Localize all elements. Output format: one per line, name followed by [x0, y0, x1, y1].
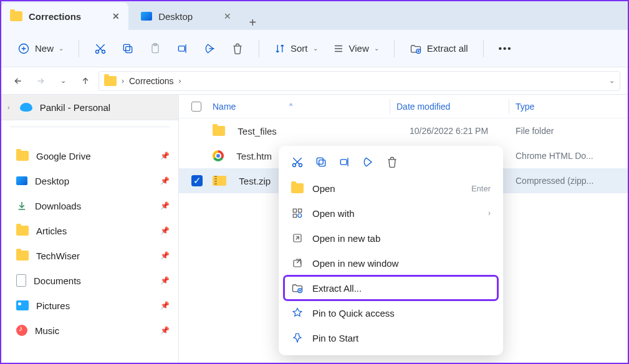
context-quick-actions: [284, 151, 498, 176]
view-button[interactable]: View ⌄: [327, 39, 385, 58]
pin-icon: 📌: [160, 326, 170, 335]
delete-button[interactable]: [225, 39, 250, 59]
column-headers: Name^ Date modified Type: [179, 95, 628, 118]
svg-rect-13: [340, 160, 347, 165]
file-name: Test.htm: [236, 151, 272, 161]
sidebar-item-desktop[interactable]: Desktop📌: [7, 168, 178, 193]
sidebar: › Pankil - Personal Google Drive📌 Deskto…: [1, 95, 179, 363]
chevron-down-icon: ⌄: [313, 45, 318, 52]
folder-open-icon: [291, 183, 304, 193]
ctx-open[interactable]: Open Enter: [284, 176, 498, 201]
svg-rect-4: [123, 44, 130, 50]
toolbar: New ⌄ Sort ⌄ View ⌄ Extract all •••: [1, 30, 628, 67]
recent-button[interactable]: ⌄: [54, 72, 72, 90]
breadcrumb[interactable]: › Corrections › ⌄: [98, 71, 620, 91]
share-button[interactable]: [362, 156, 375, 168]
rename-button[interactable]: [170, 39, 195, 59]
copy-icon: [122, 42, 134, 55]
pin-icon: 📌: [160, 276, 170, 285]
copy-button[interactable]: [115, 39, 140, 59]
close-icon[interactable]: ✕: [224, 11, 231, 21]
svg-rect-11: [319, 160, 325, 166]
sidebar-item-articles[interactable]: Articles📌: [7, 218, 178, 243]
breadcrumb-segment[interactable]: Corrections: [129, 76, 174, 86]
ctx-label: Open in new tab: [312, 233, 380, 244]
forward-button[interactable]: [31, 72, 50, 90]
column-name[interactable]: Name^: [213, 102, 383, 112]
pictures-icon: [16, 300, 29, 310]
svg-rect-14: [293, 209, 296, 212]
sidebar-item-downloads[interactable]: Downloads📌: [7, 193, 178, 218]
desktop-icon: [16, 176, 27, 185]
svg-rect-12: [317, 158, 323, 164]
overflow-button[interactable]: •••: [492, 39, 519, 57]
sidebar-item-google-drive[interactable]: Google Drive📌: [7, 143, 178, 168]
file-name: Test.zip: [239, 176, 271, 186]
up-button[interactable]: [76, 72, 95, 90]
file-date: 10/26/2022 6:21 PM: [410, 126, 516, 136]
tab-strip: Corrections ✕ Desktop ✕ +: [1, 1, 628, 30]
extract-all-button[interactable]: Extract all: [403, 39, 474, 59]
back-button[interactable]: [9, 72, 27, 90]
paste-button[interactable]: [143, 39, 168, 59]
ctx-open-with[interactable]: Open with ›: [284, 201, 498, 226]
svg-point-17: [298, 214, 302, 218]
context-menu: Open Enter Open with › Open in new tab O…: [279, 146, 503, 355]
extract-label: Extract all: [427, 43, 468, 54]
sidebar-item-label: TechWiser: [36, 251, 80, 261]
sort-button[interactable]: Sort ⌄: [268, 39, 324, 58]
new-tab-button[interactable]: +: [240, 16, 265, 30]
sidebar-onedrive-account[interactable]: › Pankil - Personal: [1, 95, 178, 120]
tab-desktop[interactable]: Desktop ✕: [128, 2, 240, 30]
folder-icon: [16, 226, 29, 236]
ctx-pin-quick-access[interactable]: Pin to Quick access: [284, 300, 498, 325]
svg-rect-7: [178, 46, 185, 50]
ctx-label: Open: [312, 183, 335, 194]
chevron-down-icon: ⌄: [59, 45, 64, 52]
cut-button[interactable]: [291, 156, 304, 168]
ctx-label: Pin to Quick access: [312, 308, 395, 318]
chevron-right-icon: ›: [488, 209, 491, 218]
row-checkbox[interactable]: ✓: [191, 175, 203, 186]
share-button[interactable]: [198, 39, 223, 59]
svg-point-2: [102, 50, 105, 53]
sort-ascending-icon: ^: [289, 103, 292, 110]
pin-icon: [291, 332, 304, 343]
close-icon[interactable]: ✕: [112, 11, 120, 21]
paste-icon: [149, 42, 161, 55]
chevron-down-icon: ⌄: [374, 45, 379, 52]
chevron-right-icon: ›: [7, 103, 10, 111]
select-all-checkbox[interactable]: [191, 102, 201, 112]
download-icon: [16, 200, 27, 211]
sidebar-item-label: Articles: [36, 226, 67, 236]
ctx-label: Open with: [312, 208, 355, 219]
ctx-pin-start[interactable]: Pin to Start: [284, 325, 498, 350]
ctx-open-new-window[interactable]: Open in new window: [284, 251, 498, 275]
file-type: Chrome HTML Do...: [516, 151, 628, 161]
tab-corrections[interactable]: Corrections ✕: [1, 2, 128, 30]
sidebar-item-documents[interactable]: Documents📌: [7, 268, 178, 293]
sidebar-item-music[interactable]: Music📌: [7, 318, 178, 343]
column-date[interactable]: Date modified: [396, 102, 502, 112]
chevron-right-icon: ›: [122, 77, 124, 85]
delete-button[interactable]: [386, 156, 398, 168]
chevron-down-icon: ⌄: [60, 77, 66, 85]
new-button[interactable]: New ⌄: [11, 39, 70, 59]
sidebar-item-techwiser[interactable]: TechWiser📌: [7, 243, 178, 268]
file-type: Compressed (zipp...: [516, 176, 628, 186]
ctx-extract-all[interactable]: Extract All...: [284, 275, 498, 300]
cut-button[interactable]: [88, 39, 113, 59]
chevron-down-icon[interactable]: ⌄: [609, 77, 615, 85]
pin-icon: 📌: [160, 251, 170, 260]
sort-label: Sort: [290, 43, 308, 54]
rename-button[interactable]: [339, 156, 351, 168]
sidebar-item-pictures[interactable]: Pictures📌: [7, 293, 178, 318]
ctx-open-new-tab[interactable]: Open in new tab: [284, 226, 498, 251]
svg-point-1: [96, 50, 99, 53]
column-type[interactable]: Type: [516, 102, 628, 112]
more-icon: •••: [499, 43, 512, 54]
sidebar-item-label: Google Drive: [36, 151, 91, 161]
table-row[interactable]: Test_files 10/26/2022 6:21 PM File folde…: [179, 118, 628, 143]
copy-button[interactable]: [315, 156, 327, 168]
trash-icon: [231, 42, 244, 55]
